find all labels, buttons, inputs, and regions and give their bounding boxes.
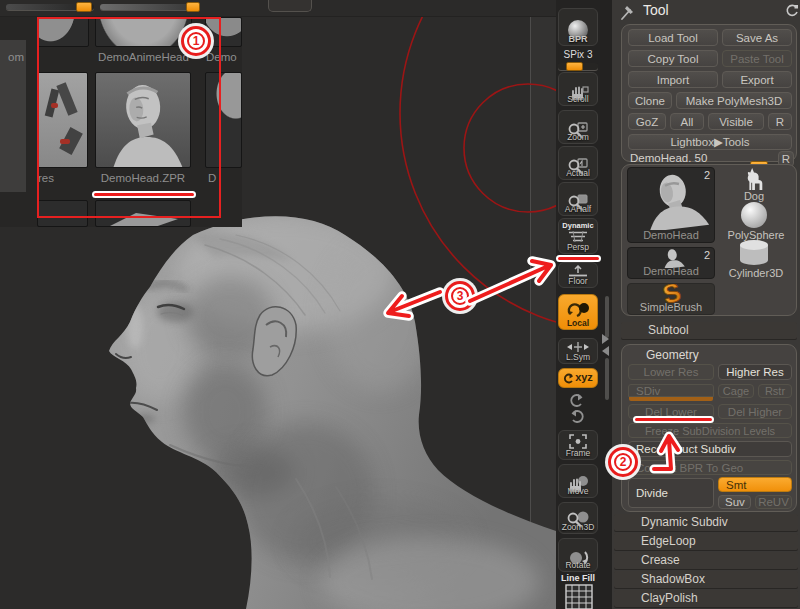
active-tool-slider-label: DemoHead. 50	[630, 152, 707, 164]
convert-bpr-button[interactable]: Convert BPR To Geo	[628, 460, 792, 475]
annotation-step3-number: 3	[451, 287, 469, 305]
cylinder3d-label: Cylinder3D	[718, 267, 794, 279]
move-button[interactable]: Move	[558, 464, 598, 498]
divider-scrollbar-bottom[interactable]	[605, 358, 609, 400]
polysphere-tool-icon[interactable]	[737, 201, 771, 229]
rotate-label: Rotate	[565, 561, 590, 570]
tool-thumbnails-group: 2 DemoHead 2 DemoHead	[621, 164, 797, 316]
paste-tool-button[interactable]: Paste Tool	[722, 50, 792, 67]
local-button[interactable]: Local	[558, 294, 598, 330]
import-button[interactable]: Import	[628, 71, 718, 88]
reuv-button[interactable]: ReUV	[755, 495, 792, 509]
sdiv-slider-fill[interactable]	[629, 397, 713, 401]
demohead-big-thumbnail[interactable]: 2 DemoHead	[627, 167, 715, 243]
divider-open-icon[interactable]	[602, 334, 609, 344]
clone-button[interactable]: Clone	[628, 92, 672, 109]
section-edgeloop[interactable]: EdgeLoop	[614, 533, 798, 550]
actual-button[interactable]: Actual	[558, 146, 598, 180]
tool-panel: Tool Load Tool Save As Copy Tool Paste T…	[612, 0, 800, 609]
goz-button[interactable]: GoZ	[628, 113, 666, 130]
local-pivot-icon	[565, 301, 591, 319]
rotate-button[interactable]: Rotate	[558, 538, 598, 572]
frame-button[interactable]: Frame	[558, 430, 598, 460]
top-toolbar-button-fragment[interactable]	[268, 0, 312, 12]
xyz-rotate-icon	[563, 372, 574, 384]
lsym-button[interactable]: L.Sym	[558, 338, 598, 364]
freeze-subdivision-button[interactable]: Freeze SubDivision Levels	[628, 423, 792, 438]
section-claypolish[interactable]: ClayPolish	[614, 590, 798, 607]
top-slider-track-2[interactable]	[100, 4, 200, 10]
save-as-button[interactable]: Save As	[722, 29, 792, 46]
persp-button[interactable]: Dynamic Persp	[558, 218, 598, 254]
rstr-button[interactable]: Rstr	[758, 384, 792, 398]
geometry-section-header[interactable]: Geometry	[646, 348, 699, 362]
geometry-group: Geometry Lower Res Higher Res SDiv Cage …	[621, 344, 797, 512]
panel-restore-icon[interactable]	[785, 4, 799, 18]
lightbox-tools-button[interactable]: Lightbox▶Tools	[628, 134, 792, 150]
lightbox-label-row1-a: om	[8, 51, 24, 63]
visible-button[interactable]: Visible	[708, 113, 764, 130]
demohead-sculpt	[109, 212, 556, 609]
zoom3d-label: Zoom3D	[562, 523, 595, 532]
export-button[interactable]: Export	[722, 71, 792, 88]
panel-title: Tool	[643, 2, 669, 18]
smt-button[interactable]: Smt	[718, 477, 792, 492]
reconstruct-subdiv-button[interactable]: Reconstruct Subdiv	[628, 441, 792, 457]
divider-scrollbar-top[interactable]	[605, 296, 609, 338]
aahalf-button[interactable]: AAHalf	[558, 182, 598, 216]
subtool-section-header[interactable]: Subtool	[621, 322, 797, 339]
bpr-button[interactable]: BPR	[558, 8, 598, 46]
top-slider-handle-2[interactable]	[186, 2, 200, 12]
suv-button[interactable]: Suv	[718, 495, 751, 509]
scroll-button[interactable]: Scroll	[558, 72, 598, 106]
del-higher-button[interactable]: Del Higher	[718, 404, 792, 419]
section-crease[interactable]: Crease	[614, 552, 798, 569]
scroll-label: Scroll	[567, 95, 588, 104]
sdiv-slider[interactable]: SDiv	[628, 384, 714, 397]
section-dynamic-subdiv[interactable]: Dynamic Subdiv	[614, 514, 798, 531]
annotation-underline-dellower	[633, 416, 714, 423]
tool-actions-group: Load Tool Save As Copy Tool Paste Tool I…	[621, 24, 797, 162]
zoom-button[interactable]: Zoom	[558, 110, 598, 144]
dog-tool-icon[interactable]	[732, 167, 776, 191]
section-shadowbox[interactable]: ShadowBox	[614, 571, 798, 588]
make-polymesh3d-button[interactable]: Make PolyMesh3D	[676, 92, 792, 109]
persp-label: Persp	[567, 243, 589, 252]
higher-res-button[interactable]: Higher Res	[718, 364, 792, 380]
simplebrush-thumbnail[interactable]: S SimpleBrush	[627, 283, 715, 315]
local-label: Local	[567, 319, 589, 328]
demohead-small-thumbnail[interactable]: 2 DemoHead	[627, 247, 715, 279]
lower-res-button[interactable]: Lower Res	[628, 364, 714, 380]
bpr-label: BPR	[568, 35, 587, 44]
all-button[interactable]: All	[670, 113, 704, 130]
spin-left-icon[interactable]	[568, 393, 584, 407]
zoom-label: Zoom	[567, 133, 589, 142]
top-slider-handle-1[interactable]	[76, 2, 92, 12]
tool-pick-icon	[618, 4, 635, 21]
zoom3d-button[interactable]: Zoom3D	[558, 502, 598, 534]
copy-tool-button[interactable]: Copy Tool	[628, 50, 718, 67]
frame-label: Frame	[566, 449, 591, 458]
cylinder3d-tool-icon[interactable]	[737, 239, 771, 267]
xyz-label: xyz	[575, 372, 593, 383]
spin-right-icon[interactable]	[570, 409, 586, 423]
floor-label: Floor	[568, 277, 587, 286]
annotation-step2-badge: 2	[608, 447, 638, 477]
divide-button[interactable]: Divide	[628, 478, 714, 508]
spix-slider-handle[interactable]	[566, 62, 583, 71]
frame-corners-icon	[568, 433, 588, 449]
demohead-big-label: DemoHead	[628, 229, 714, 241]
divider-close-icon[interactable]	[602, 346, 609, 356]
annotation-step1-number: 1	[187, 32, 205, 50]
load-tool-button[interactable]: Load Tool	[628, 29, 718, 46]
subtool-count-badge: 2	[704, 249, 710, 261]
annotation-underline-demohead	[92, 191, 196, 198]
goz-r-button[interactable]: R	[768, 113, 792, 130]
simplebrush-label: SimpleBrush	[628, 301, 714, 313]
floor-button[interactable]: Floor	[558, 262, 598, 288]
cage-button[interactable]: Cage	[718, 384, 754, 398]
spix-label: SPix 3	[556, 49, 600, 60]
linefill-grid-icon[interactable]	[565, 584, 593, 609]
xyz-button[interactable]: xyz	[558, 368, 598, 388]
annotation-step1-badge: 1	[181, 26, 211, 56]
